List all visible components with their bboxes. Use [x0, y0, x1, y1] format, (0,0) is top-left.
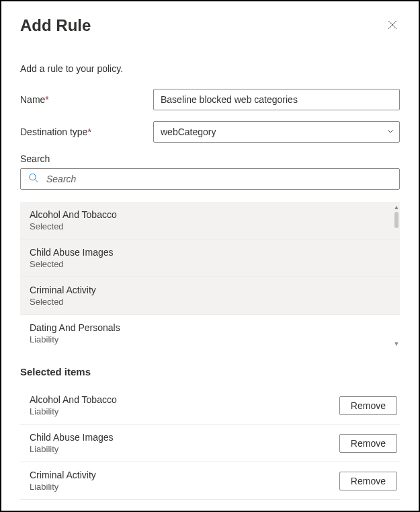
- required-indicator: *: [45, 94, 48, 105]
- remove-button[interactable]: Remove: [339, 434, 397, 453]
- scrollbar[interactable]: ▲ ▼: [393, 205, 400, 347]
- results-list: Alcohol And Tobacco Selected Child Abuse…: [20, 202, 400, 350]
- name-input[interactable]: [153, 89, 400, 110]
- selected-sub: Liability: [30, 406, 339, 416]
- intro-text: Add a rule to your policy.: [20, 63, 400, 74]
- selected-item: Criminal Activity Liability Remove: [20, 462, 400, 500]
- scroll-thumb[interactable]: [394, 212, 398, 228]
- selected-name: Alcohol And Tobacco: [30, 394, 339, 405]
- search-input[interactable]: [20, 168, 400, 190]
- search-label: Search: [20, 153, 400, 164]
- remove-button[interactable]: Remove: [339, 472, 397, 490]
- result-name: Alcohol And Tobacco: [30, 209, 390, 220]
- result-sub: Selected: [30, 259, 390, 269]
- selected-items-header: Selected items: [20, 366, 400, 377]
- result-name: Criminal Activity: [30, 285, 390, 295]
- selected-item: Child Abuse Images Liability Remove: [20, 425, 400, 462]
- remove-button[interactable]: Remove: [339, 396, 397, 415]
- result-sub: Selected: [30, 297, 390, 307]
- destination-type-select[interactable]: webCategory: [153, 121, 400, 143]
- selected-name: Child Abuse Images: [30, 432, 339, 443]
- name-label: Name*: [20, 94, 153, 105]
- result-item[interactable]: Child Abuse Images Selected: [20, 240, 400, 277]
- close-icon: [388, 20, 397, 30]
- selected-name: Criminal Activity: [30, 470, 339, 480]
- result-item[interactable]: Criminal Activity Selected: [20, 277, 400, 315]
- result-name: Dating And Personals: [30, 322, 390, 333]
- result-item[interactable]: Alcohol And Tobacco Selected: [20, 202, 400, 240]
- close-button[interactable]: [385, 17, 400, 34]
- selected-sub: Liability: [30, 444, 339, 454]
- required-indicator: *: [87, 126, 91, 137]
- scroll-down-icon: ▼: [393, 341, 400, 347]
- destination-type-label: Destination type*: [20, 126, 153, 137]
- scroll-up-icon: ▲: [393, 205, 400, 211]
- result-sub: Liability: [30, 334, 390, 344]
- result-sub: Selected: [30, 221, 390, 231]
- page-title: Add Rule: [20, 16, 91, 35]
- selected-item: Alcohol And Tobacco Liability Remove: [20, 387, 400, 425]
- result-item[interactable]: Dating And Personals Liability: [20, 315, 400, 350]
- result-name: Child Abuse Images: [30, 247, 390, 258]
- selected-sub: Liability: [30, 482, 339, 492]
